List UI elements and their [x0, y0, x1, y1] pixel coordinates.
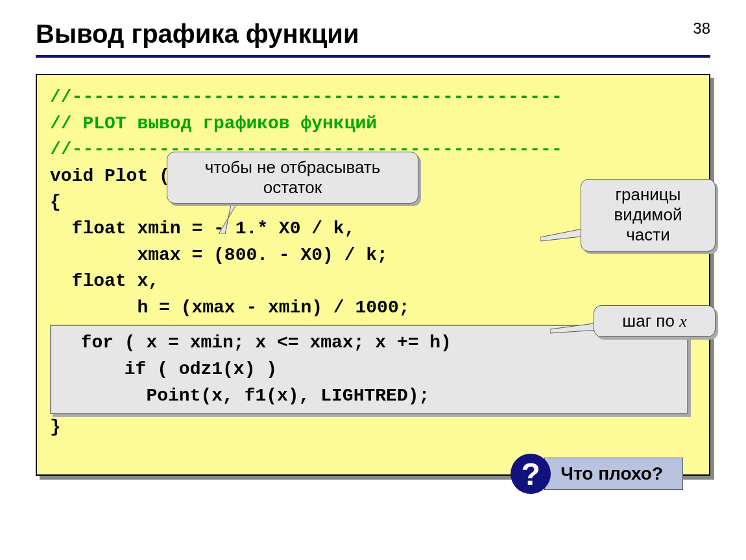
- question-label: Что плохо?: [544, 458, 683, 490]
- code-closing: }: [50, 414, 696, 441]
- callout-step: шаг по x: [594, 305, 716, 337]
- title-rule: [36, 55, 710, 58]
- question-badge: ? Что плохо?: [511, 454, 683, 494]
- code-box: //--------------------------------------…: [36, 74, 710, 476]
- callout-bounds: границы видимой части: [581, 179, 716, 251]
- slide-title: Вывод графика функции: [36, 13, 710, 49]
- question-mark-icon: ?: [511, 454, 551, 494]
- svg-marker-0: [219, 202, 238, 234]
- inner-code-listing: for ( x = xmin; x <= xmax; x += h) if ( …: [59, 330, 679, 409]
- callout-no-discard: чтобы не отбрасывать остаток: [167, 152, 418, 204]
- callout-pointer-icon: [219, 202, 245, 234]
- inner-code-box: for ( x = xmin; x <= xmax; x += h) if ( …: [50, 325, 688, 414]
- page-number: 38: [693, 19, 710, 38]
